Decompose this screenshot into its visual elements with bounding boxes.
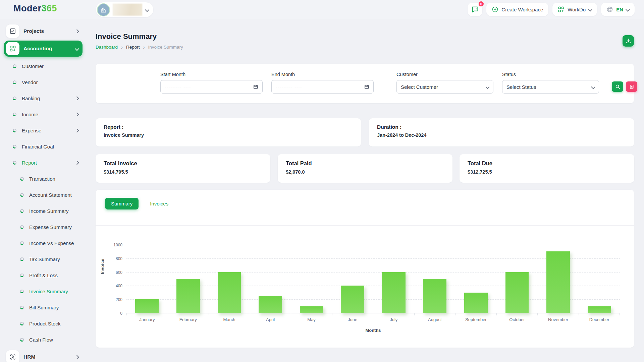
y-tick-label: 400 xyxy=(107,284,122,288)
x-tick-label: October xyxy=(496,317,538,322)
tab-invoices[interactable]: Invoices xyxy=(144,198,174,209)
bullet-icon xyxy=(20,241,24,245)
workdo-menu-button[interactable]: WorkDo xyxy=(552,3,597,16)
sidebar-item-tax-summary[interactable]: Tax Summary xyxy=(0,251,87,267)
sidebar-item-label: Invoice Summary xyxy=(29,289,78,294)
bar-january xyxy=(135,299,159,313)
sidebar-item-income-summary[interactable]: Income Summary xyxy=(0,203,87,219)
customer-select[interactable]: Select Customer xyxy=(396,80,493,94)
sidebar-item-account-statement[interactable]: Account Statement xyxy=(0,187,87,203)
sidebar-item-cash-flow[interactable]: Cash Flow xyxy=(0,331,87,348)
bar-column xyxy=(126,245,168,313)
breadcrumb-current: Invoice Summary xyxy=(148,45,183,50)
sidebar-item-expense-summary[interactable]: Expense Summary xyxy=(0,219,87,235)
bullet-icon xyxy=(20,274,24,277)
hrm-icon xyxy=(6,350,19,362)
bar-column xyxy=(579,245,620,313)
create-workspace-label: Create Workspace xyxy=(501,7,543,12)
sidebar-item-customer[interactable]: Customer xyxy=(0,58,87,74)
total-due-label: Total Due xyxy=(468,160,626,167)
sidebar-item-vendor[interactable]: Vendor xyxy=(0,74,87,90)
sidebar-item-banking[interactable]: Banking xyxy=(0,90,87,106)
report-heading: Report : xyxy=(104,124,353,130)
chevron-right-icon xyxy=(75,96,79,101)
tab-summary[interactable]: Summary xyxy=(105,198,139,209)
x-tick-label: April xyxy=(250,317,291,322)
calendar-icon xyxy=(253,84,258,89)
sidebar-item-projects[interactable]: Projects xyxy=(4,23,83,39)
projects-icon xyxy=(6,24,19,38)
sidebar-item-label: Bill Summary xyxy=(29,305,78,310)
sidebar-item-profit-loss[interactable]: Profit & Loss xyxy=(0,267,87,283)
x-tickmark xyxy=(168,313,209,315)
x-tickmark xyxy=(209,313,250,315)
sidebar-item-accounting[interactable]: Accounting xyxy=(4,41,83,57)
x-tick-label: August xyxy=(414,317,455,322)
bar-may xyxy=(300,306,323,313)
total-invoice-value: $314,795.5 xyxy=(104,169,262,175)
download-report-button[interactable] xyxy=(623,35,634,47)
sidebar-item-hrm[interactable]: HRM xyxy=(4,349,83,362)
sidebar-item-product-stock[interactable]: Product Stock xyxy=(0,315,87,331)
chevron-right-icon xyxy=(75,29,79,34)
sidebar-item-bill-summary[interactable]: Bill Summary xyxy=(0,299,87,315)
company-switcher[interactable] xyxy=(96,2,153,17)
chevron-right-icon xyxy=(75,128,79,133)
x-tick-label: February xyxy=(168,317,209,322)
bullet-icon xyxy=(13,161,16,165)
bar-column xyxy=(209,245,250,313)
sidebar-item-income-vs-expense[interactable]: Income Vs Expense xyxy=(0,235,87,251)
start-month-input[interactable]: --------- ---- xyxy=(160,80,263,94)
total-paid-value: $2,070.0 xyxy=(286,169,444,175)
bar-november xyxy=(546,251,570,313)
reset-filter-button[interactable] xyxy=(626,81,637,92)
end-month-input[interactable]: --------- ---- xyxy=(271,80,374,94)
plus-circle-icon xyxy=(492,6,498,13)
start-month-label: Start Month xyxy=(160,72,263,77)
sidebar-item-expense[interactable]: Expense xyxy=(0,122,87,138)
x-tick-label: March xyxy=(209,317,250,322)
language-selector[interactable]: EN xyxy=(601,3,635,16)
x-tickmark xyxy=(250,313,291,315)
start-month-value: --------- ---- xyxy=(165,84,191,89)
grid-plus-icon xyxy=(9,45,16,52)
sidebar-item-transaction[interactable]: Transaction xyxy=(0,171,87,187)
bar-column xyxy=(538,245,579,313)
x-tickmark xyxy=(579,313,620,315)
sidebar-item-report[interactable]: Report xyxy=(0,155,87,171)
bar-column xyxy=(250,245,291,313)
breadcrumb-report-link[interactable]: Report xyxy=(126,45,140,50)
messages-button[interactable]: 0 xyxy=(468,3,482,16)
bars-group xyxy=(126,245,620,313)
sidebar-item-label: Banking xyxy=(22,96,70,101)
chevron-right-icon xyxy=(75,161,79,165)
total-due-card: Total Due $312,725.5 xyxy=(460,154,634,183)
sidebar-item-label: HRM xyxy=(23,354,71,360)
apply-filter-button[interactable] xyxy=(612,81,623,92)
total-paid-card: Total Paid $2,070.0 xyxy=(278,154,452,183)
y-axis-title: Invoice xyxy=(100,258,105,274)
x-tickmark xyxy=(538,313,579,315)
breadcrumb-dashboard-link[interactable]: Dashboard xyxy=(96,45,118,50)
sidebar-item-financial-goal[interactable]: Financial Goal xyxy=(0,138,87,155)
sidebar-item-income[interactable]: Income xyxy=(0,106,87,122)
top-bar: Moder365 0 Create Workspace WorkDo EN xyxy=(0,0,644,19)
x-tick-label: January xyxy=(126,317,168,322)
x-axis-tickmarks xyxy=(126,313,620,315)
bullet-icon xyxy=(13,113,16,116)
app-logo[interactable]: Moder365 xyxy=(13,3,57,14)
create-workspace-button[interactable]: Create Workspace xyxy=(486,3,548,16)
sidebar-item-label: Income xyxy=(22,112,70,117)
workdo-label: WorkDo xyxy=(568,7,586,12)
search-icon xyxy=(615,84,620,89)
chevron-right-icon xyxy=(75,112,79,117)
status-selected-value: Select Status xyxy=(506,84,536,90)
bullet-icon xyxy=(20,322,24,325)
sidebar-nav: ProjectsAccountingCustomerVendorBankingI… xyxy=(0,19,87,362)
status-select[interactable]: Select Status xyxy=(502,80,599,94)
bar-december xyxy=(588,306,611,313)
language-code: EN xyxy=(616,7,623,12)
sidebar-item-label: Projects xyxy=(23,28,71,34)
logo-text-primary: Moder xyxy=(13,3,42,13)
sidebar-item-invoice-summary[interactable]: Invoice Summary xyxy=(0,283,87,299)
